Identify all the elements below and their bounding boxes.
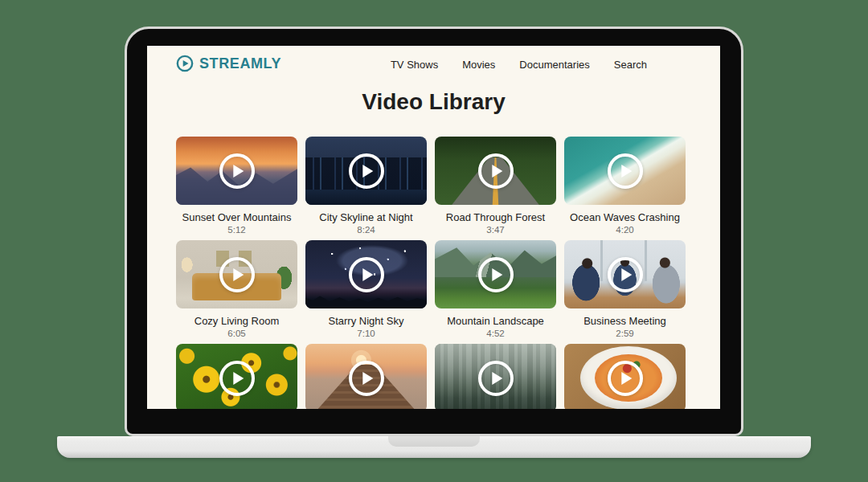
video-thumbnail-meeting[interactable] [564,240,686,308]
play-icon[interactable] [219,257,255,292]
video-thumbnail-mountain[interactable] [435,240,556,308]
play-icon[interactable] [349,257,384,292]
play-icon[interactable] [219,361,255,396]
video-thumbnail-pier[interactable] [305,344,427,409]
video-card[interactable]: Cozy Living Room6:05 [176,240,297,344]
nav-item-documentaries[interactable]: Documentaries [519,59,589,71]
video-grid: Sunset Over Mountains5:12City Skyline at… [176,137,686,409]
video-card[interactable]: City Skyline at Night8:24 [305,137,427,240]
play-icon[interactable] [478,257,514,292]
video-title: Starry Night Sky [305,315,427,327]
play-icon[interactable] [219,153,255,189]
video-thumbnail-pasta[interactable] [564,344,686,409]
play-icon[interactable] [608,361,643,396]
play-icon[interactable] [608,153,643,189]
nav-item-search[interactable]: Search [614,59,647,71]
video-title: Business Meeting [564,315,686,327]
video-duration: 4:20 [564,225,686,235]
video-thumbnail-ocean[interactable] [564,137,686,205]
video-thumbnail-road[interactable] [435,137,556,205]
video-card[interactable] [176,344,297,409]
video-duration: 4:52 [435,329,556,338]
video-card[interactable] [435,344,556,409]
video-card[interactable]: Mountain Landscape4:52 [435,240,556,344]
video-thumbnail-fog-forest[interactable] [435,344,556,409]
video-thumbnail-starry[interactable] [305,240,427,308]
page-background: STREAMLY TV Shows Movies Documentaries S… [0,0,868,482]
video-duration: 7:10 [305,329,427,338]
video-duration: 6:05 [176,329,297,338]
video-card[interactable]: Sunset Over Mountains5:12 [176,137,297,240]
nav-item-movies[interactable]: Movies [462,59,495,71]
video-title: City Skyline at Night [305,211,427,223]
nav-item-tv-shows[interactable]: TV Shows [391,59,438,71]
play-circle-icon [176,55,194,72]
streamly-logo[interactable]: STREAMLY [176,55,281,72]
video-card[interactable]: Starry Night Sky7:10 [305,240,427,344]
play-icon[interactable] [349,361,384,396]
video-title: Ocean Waves Crashing [564,211,686,223]
video-duration: 3:47 [435,225,556,235]
video-card[interactable]: Road Through Forest3:47 [435,137,556,240]
video-thumbnail-city[interactable] [305,137,427,205]
video-thumbnail-sunset[interactable] [176,137,297,205]
play-icon[interactable] [478,153,514,189]
video-thumbnail-living-room[interactable] [176,240,297,308]
video-duration: 2:59 [564,329,686,338]
video-card[interactable] [564,344,686,409]
video-thumbnail-flowers[interactable] [176,344,297,409]
video-title: Road Through Forest [435,211,556,223]
video-title: Cozy Living Room [176,315,297,327]
laptop-notch [388,436,480,447]
video-duration: 5:12 [176,225,297,235]
main-nav: TV Shows Movies Documentaries Search [391,59,647,71]
video-duration: 8:24 [305,225,427,235]
play-icon[interactable] [608,257,643,292]
video-card[interactable]: Ocean Waves Crashing4:20 [564,137,686,240]
play-icon[interactable] [478,361,514,396]
video-card[interactable] [305,344,427,409]
laptop-base [57,436,811,458]
video-card[interactable]: Business Meeting2:59 [564,240,686,344]
logo-text: STREAMLY [199,55,281,72]
play-icon[interactable] [349,153,384,189]
video-title: Mountain Landscape [435,315,556,327]
laptop-screen-content: STREAMLY TV Shows Movies Documentaries S… [147,46,720,409]
video-title: Sunset Over Mountains [176,211,297,223]
page-title: Video Library [147,89,720,115]
